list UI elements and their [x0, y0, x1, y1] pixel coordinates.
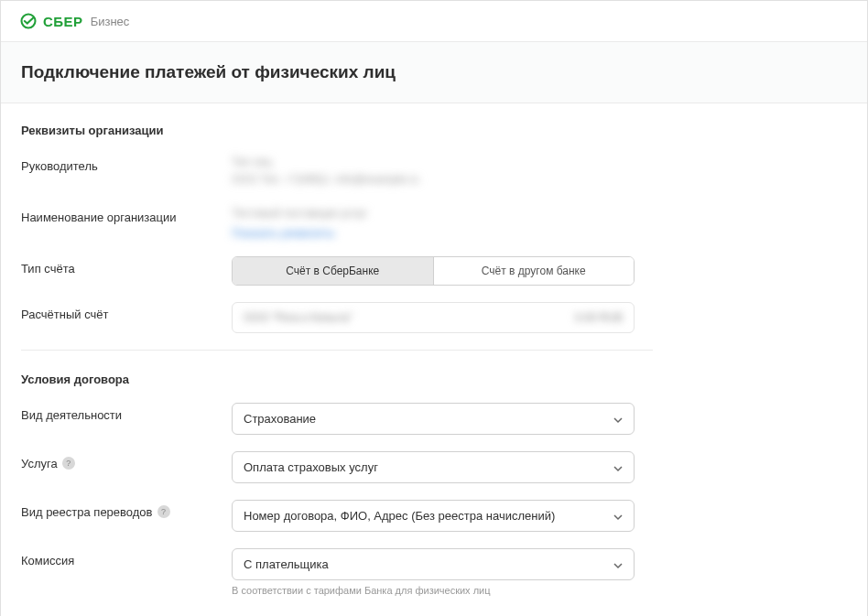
divider — [21, 350, 653, 351]
page-title: Подключение платежей от физических лиц — [21, 62, 847, 82]
header-bar: СБЕР Бизнес — [1, 1, 867, 42]
org-name-link[interactable]: Показать реквизиты — [232, 227, 334, 240]
chevron-down-icon — [613, 559, 623, 568]
help-icon[interactable]: ? — [62, 457, 75, 470]
logo-main-text: СБЕР — [43, 14, 83, 29]
logo-sub-text: Бизнес — [91, 15, 130, 28]
manager-subvalue: ООО Тел. +7(499)1- info@example.ru — [232, 171, 635, 189]
help-icon[interactable]: ? — [157, 505, 170, 518]
account-type-sberbank[interactable]: Счёт в СберБанке — [233, 257, 434, 285]
service-value: Оплата страховых услуг — [244, 460, 378, 474]
service-select[interactable]: Оплата страховых услуг — [232, 451, 635, 483]
section-org-details: Реквизиты организации — [21, 124, 847, 137]
service-label: Услуга — [21, 457, 58, 470]
page-title-section: Подключение платежей от физических лиц — [1, 42, 867, 103]
commission-value: С плательщика — [244, 557, 329, 571]
account-type-label: Тип счёта — [21, 256, 232, 276]
registry-label: Вид реестра переводов — [21, 505, 153, 519]
registry-value: Номер договора, ФИО, Адрес (Без реестра … — [244, 509, 555, 523]
chevron-down-icon — [613, 414, 623, 423]
account-selector[interactable]: ООО "Рога и Копыта" 0.00 RUB — [232, 302, 635, 333]
section-contract-terms: Условия договора — [21, 373, 847, 386]
chevron-down-icon — [613, 462, 623, 471]
sber-logo-icon — [19, 12, 38, 30]
activity-value: Страхование — [244, 412, 316, 426]
account-balance: 0.00 RUB — [575, 311, 623, 324]
commission-hint: В соответствии с тарифами Банка для физи… — [232, 585, 635, 596]
account-type-other-bank[interactable]: Счёт в другом банке — [434, 257, 635, 285]
account-value: ООО "Рога и Копыта" — [244, 311, 353, 324]
account-type-segmented: Счёт в СберБанке Счёт в другом банке — [232, 256, 635, 286]
org-name-label: Наименование организации — [21, 205, 232, 224]
manager-value: Тип лиц — [232, 154, 635, 171]
activity-label: Вид деятельности — [21, 403, 232, 422]
registry-select[interactable]: Номер договора, ФИО, Адрес (Без реестра … — [232, 500, 635, 532]
manager-label: Руководитель — [21, 154, 232, 173]
account-label: Расчётный счёт — [21, 302, 232, 321]
activity-select[interactable]: Страхование — [232, 403, 635, 435]
commission-select[interactable]: С плательщика — [232, 548, 635, 580]
chevron-down-icon — [613, 511, 623, 520]
org-name-value: Тестовый поставщик услуг — [232, 205, 635, 222]
commission-label: Комиссия — [21, 548, 232, 567]
